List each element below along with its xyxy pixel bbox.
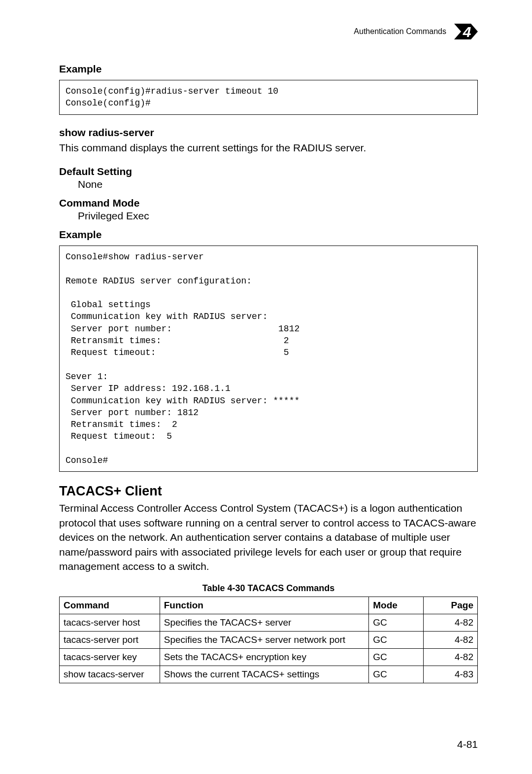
default-setting-value: None	[78, 178, 478, 190]
chapter-number-icon: 4	[454, 20, 478, 43]
command-mode-heading: Command Mode	[59, 197, 478, 209]
code-example-1: Console(config)#radius-server timeout 10…	[59, 80, 478, 115]
page-header: Authentication Commands 4	[59, 20, 478, 43]
cell-page: 4-82	[423, 632, 477, 649]
table-header-mode: Mode	[369, 597, 423, 614]
command-mode-value: Privileged Exec	[78, 210, 478, 222]
tacacs-commands-table: Command Function Mode Page tacacs-server…	[59, 597, 478, 683]
svg-text:4: 4	[463, 24, 471, 40]
tacacs-client-heading: TACACS+ Client	[59, 484, 478, 499]
cell-command: tacacs-server key	[60, 649, 160, 666]
table-header-command: Command	[60, 597, 160, 614]
cell-mode: GC	[369, 666, 423, 683]
cell-command: show tacacs-server	[60, 666, 160, 683]
cell-command: tacacs-server host	[60, 614, 160, 632]
example-heading-2: Example	[59, 229, 478, 241]
cell-page: 4-83	[423, 666, 477, 683]
cell-page: 4-82	[423, 614, 477, 632]
table-header-page: Page	[423, 597, 477, 614]
cell-function: Shows the current TACACS+ settings	[160, 666, 369, 683]
cell-command: tacacs-server port	[60, 632, 160, 649]
table-row: tacacs-server port Specifies the TACACS+…	[60, 632, 478, 649]
cell-mode: GC	[369, 614, 423, 632]
cell-function: Specifies the TACACS+ server network por…	[160, 632, 369, 649]
table-row: tacacs-server host Specifies the TACACS+…	[60, 614, 478, 632]
page-content: Authentication Commands 4 Example Consol…	[0, 0, 532, 683]
cell-mode: GC	[369, 632, 423, 649]
command-description: This command displays the current settin…	[59, 141, 478, 155]
code-example-2: Console#show radius-server Remote RADIUS…	[59, 246, 478, 472]
table-row: tacacs-server key Sets the TACACS+ encry…	[60, 649, 478, 666]
table-caption: Table 4-30 TACACS Commands	[59, 583, 478, 594]
cell-function: Sets the TACACS+ encryption key	[160, 649, 369, 666]
header-title: Authentication Commands	[354, 27, 446, 36]
page-number: 4-81	[457, 739, 478, 750]
table-header-function: Function	[160, 597, 369, 614]
default-setting-heading: Default Setting	[59, 166, 478, 177]
tacacs-client-paragraph: Terminal Access Controller Access Contro…	[59, 501, 478, 573]
cell-mode: GC	[369, 649, 423, 666]
table-row: show tacacs-server Shows the current TAC…	[60, 666, 478, 683]
table-header-row: Command Function Mode Page	[60, 597, 478, 614]
example-heading-1: Example	[59, 63, 478, 75]
cell-page: 4-82	[423, 649, 477, 666]
command-heading: show radius-server	[59, 127, 478, 139]
cell-function: Specifies the TACACS+ server	[160, 614, 369, 632]
